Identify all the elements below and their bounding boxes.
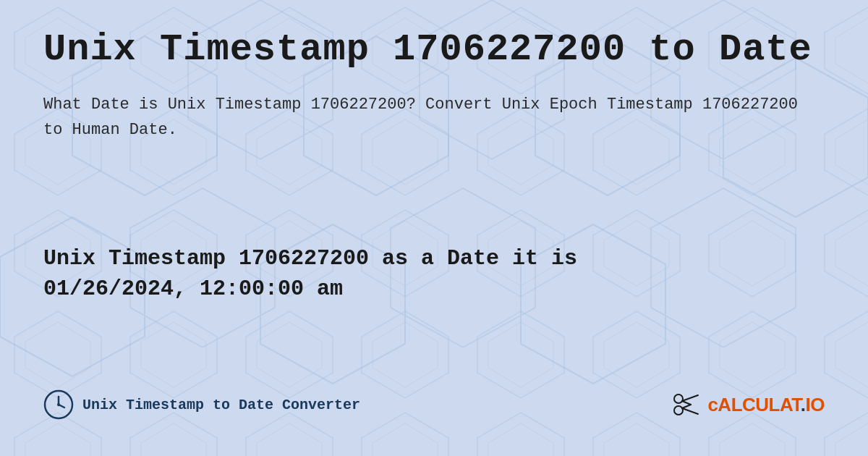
svg-line-26 (682, 405, 691, 408)
svg-line-24 (682, 408, 698, 414)
logo-dot: . (801, 394, 806, 415)
svg-line-23 (682, 395, 698, 401)
footer-label-text: Unix Timestamp to Date Converter (82, 397, 360, 413)
footer-converter-label: Unix Timestamp to Date Converter (43, 389, 360, 420)
result-line1: Unix Timestamp 1706227200 as a Date it i… (43, 246, 577, 271)
svg-line-25 (682, 401, 691, 405)
svg-point-20 (57, 403, 60, 406)
page-description: What Date is Unix Timestamp 1706227200? … (43, 92, 825, 143)
page-title: Unix Timestamp 1706227200 to Date (43, 29, 825, 70)
clock-icon (43, 389, 74, 420)
svg-point-21 (674, 394, 683, 403)
svg-point-22 (674, 406, 683, 415)
logo-text: cALCULAT.IO (707, 394, 825, 416)
result-line2: 01/26/2024, 12:00:00 am (43, 276, 343, 301)
logo-icon (673, 392, 702, 418)
result-display: Unix Timestamp 1706227200 as a Date it i… (43, 243, 825, 304)
logo-text-main: cALCULAT (707, 394, 800, 415)
logo-io: IO (806, 394, 825, 415)
logo: cALCULAT.IO (673, 392, 825, 418)
